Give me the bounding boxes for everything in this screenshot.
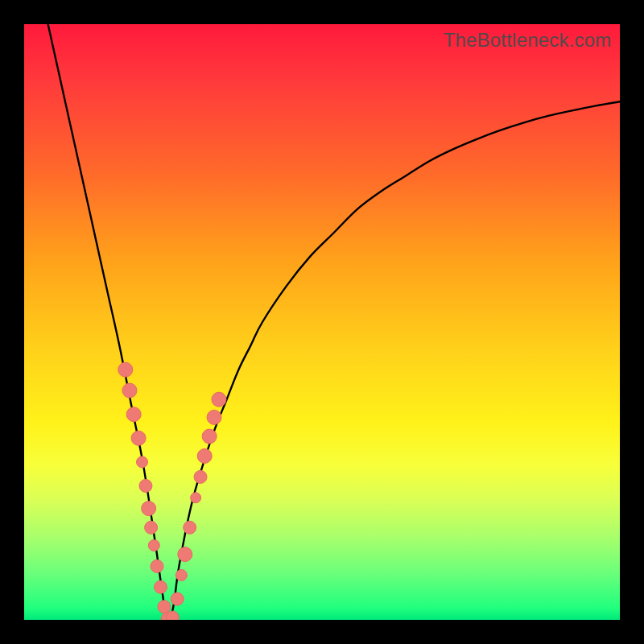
curve-marker xyxy=(194,470,207,483)
curve-marker xyxy=(154,580,167,593)
curve-marker xyxy=(197,449,212,464)
curve-marker xyxy=(151,559,163,572)
curve-marker xyxy=(207,410,221,424)
curve-marker xyxy=(161,613,174,620)
curve-marker xyxy=(145,521,158,534)
curve-marker xyxy=(118,362,133,377)
curve-marker xyxy=(178,547,192,562)
curve-marker xyxy=(166,611,179,620)
curve-marker xyxy=(142,502,156,516)
curve-marker xyxy=(139,480,152,493)
curve-marker xyxy=(184,521,196,534)
marker-group xyxy=(118,362,226,620)
curve-marker xyxy=(122,383,137,398)
curve-layer xyxy=(24,24,620,620)
curve-marker xyxy=(137,456,148,468)
plot-area: TheBottleneck.com xyxy=(24,24,620,620)
bottleneck-curve xyxy=(48,24,620,620)
curve-marker xyxy=(131,431,146,445)
curve-marker xyxy=(202,429,217,444)
curve-marker xyxy=(175,570,187,581)
watermark-text: TheBottleneck.com xyxy=(444,29,612,52)
chart-frame: TheBottleneck.com xyxy=(0,0,644,644)
curve-marker xyxy=(212,392,226,407)
curve-marker xyxy=(158,601,171,613)
curve-marker xyxy=(171,592,184,605)
curve-marker xyxy=(148,540,159,551)
curve-marker xyxy=(126,407,141,422)
curve-marker xyxy=(191,493,201,503)
